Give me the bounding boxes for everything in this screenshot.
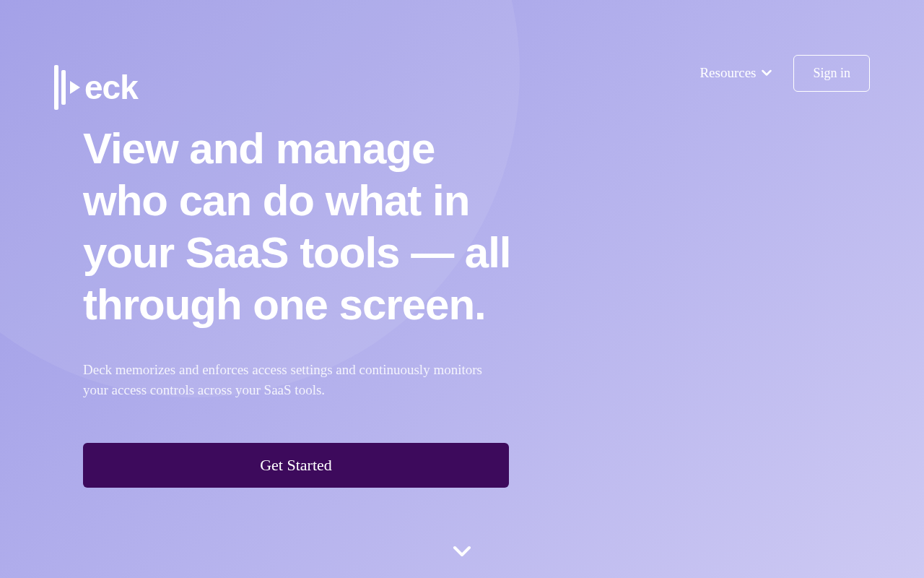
resources-label: Resources bbox=[699, 65, 756, 81]
signin-button[interactable]: Sign in bbox=[793, 55, 870, 92]
resources-dropdown[interactable]: Resources bbox=[699, 65, 772, 81]
logo-icon bbox=[54, 65, 80, 110]
logo-text: eck bbox=[84, 68, 138, 107]
header: eck Resources Sign in bbox=[0, 0, 924, 110]
page-headline: View and manage who can do what in your … bbox=[83, 123, 516, 331]
scroll-down-indicator[interactable] bbox=[453, 545, 471, 558]
chevron-down-icon bbox=[762, 69, 772, 77]
main-content: View and manage who can do what in your … bbox=[83, 123, 516, 488]
nav: Resources Sign in bbox=[699, 55, 870, 92]
get-started-button[interactable]: Get Started bbox=[83, 443, 509, 488]
logo[interactable]: eck bbox=[54, 65, 138, 110]
chevron-down-icon bbox=[453, 545, 471, 558]
page-subtitle: Deck memorizes and enforces access setti… bbox=[83, 360, 502, 400]
